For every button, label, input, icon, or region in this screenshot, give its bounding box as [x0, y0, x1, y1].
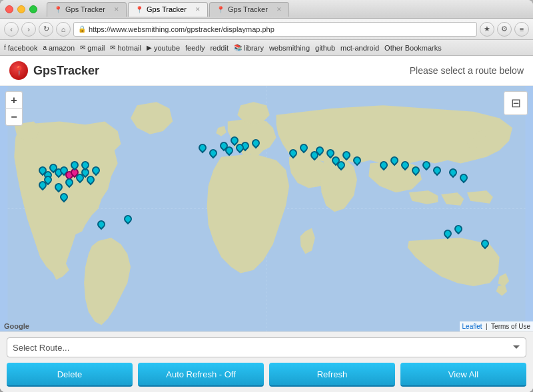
bookmark-amazon-label: amazon	[49, 44, 75, 52]
tab-icon-2: 📍	[135, 6, 143, 13]
page-header: 📍 GpsTracker Please select a route below	[0, 56, 533, 86]
gmail-icon: ✉	[80, 44, 85, 51]
bookmark-library-label: library	[244, 44, 264, 52]
tab-close-2[interactable]: ✕	[195, 6, 201, 13]
bookmark-youtube-label: youtube	[154, 44, 180, 52]
terms-link[interactable]: Terms of Use	[491, 323, 530, 330]
home-button[interactable]: ⌂	[56, 22, 71, 37]
bookmark-library[interactable]: 📚 library	[234, 44, 264, 52]
layer-button[interactable]: ⊟	[504, 91, 528, 115]
action-buttons: Delete Auto Refresh - Off Refresh View A…	[7, 363, 526, 387]
auto-refresh-button[interactable]: Auto Refresh - Off	[138, 363, 264, 387]
tab-icon-3: 📍	[217, 6, 225, 13]
tab-close-1[interactable]: ✕	[114, 6, 119, 13]
bookmark-github[interactable]: github	[315, 44, 335, 52]
back-button[interactable]: ‹	[4, 22, 19, 37]
zoom-in-button[interactable]: +	[5, 91, 23, 108]
bookmark-feedly-label: feedly	[185, 44, 205, 52]
refresh-button[interactable]: Refresh	[269, 363, 395, 387]
bookmark-reddit-label: reddit	[210, 44, 229, 52]
minimize-button[interactable]	[17, 5, 25, 13]
page-content: 📍 GpsTracker Please select a route below	[0, 56, 533, 392]
forward-button[interactable]: ›	[21, 22, 36, 37]
library-icon: 📚	[234, 44, 242, 51]
logo-icon: 📍	[9, 61, 28, 80]
map-attribution: Leaflet | Terms of Use	[460, 321, 533, 331]
bookmark-gmail[interactable]: ✉ gmail	[80, 44, 105, 52]
bookmark-facebook[interactable]: f facebook	[4, 44, 37, 52]
route-select[interactable]: Select Route...	[7, 337, 526, 357]
tab-label-1: Gps Tracker	[65, 5, 105, 13]
browser-tab-1[interactable]: 📍 Gps Tracker ✕	[47, 2, 127, 17]
bookmark-websmithing-label: websmithing	[269, 44, 310, 52]
browser-window: 📍 Gps Tracker ✕ 📍 Gps Tracker ✕ 📍 Gps Tr…	[0, 0, 533, 392]
extensions-button[interactable]: ⚙	[497, 22, 512, 37]
menu-button[interactable]: ≡	[514, 22, 529, 37]
traffic-lights	[5, 5, 37, 13]
tab-label-2: Gps Tracker	[147, 5, 187, 13]
tab-label-3: Gps Tracker	[228, 5, 268, 13]
tabs-bar: 📍 Gps Tracker ✕ 📍 Gps Tracker ✕ 📍 Gps Tr…	[47, 2, 525, 17]
zoom-out-button[interactable]: −	[5, 108, 23, 126]
layers-icon: ⊟	[511, 96, 521, 110]
amazon-icon: a	[43, 44, 47, 51]
bookmarks-bar: f facebook a amazon ✉ gmail ✉ hotmail ▶ …	[0, 40, 533, 56]
maximize-button[interactable]	[29, 5, 37, 13]
url-text: https://www.websmithing.com/gpstracker/d…	[89, 25, 274, 33]
bookmark-gmail-label: gmail	[87, 44, 105, 52]
title-bar: 📍 Gps Tracker ✕ 📍 Gps Tracker ✕ 📍 Gps Tr…	[0, 0, 533, 19]
header-hint: Please select a route below	[410, 65, 524, 76]
bookmark-mct-android-label: mct-android	[340, 44, 379, 52]
bookmark-hotmail[interactable]: ✉ hotmail	[110, 44, 141, 52]
browser-tab-2[interactable]: 📍 Gps Tracker ✕	[128, 2, 208, 17]
bookmark-hotmail-label: hotmail	[117, 44, 141, 52]
bookmark-websmithing[interactable]: websmithing	[269, 44, 310, 52]
youtube-icon: ▶	[147, 44, 152, 51]
view-all-button[interactable]: View All	[400, 363, 526, 387]
lock-icon: 🔒	[78, 25, 86, 33]
tab-close-3[interactable]: ✕	[276, 6, 282, 13]
nav-bar: ‹ › ↻ ⌂ 🔒 https://www.websmithing.com/gp…	[0, 19, 533, 40]
route-select-row: Select Route...	[7, 337, 526, 357]
hotmail-icon: ✉	[110, 44, 115, 51]
bookmark-reddit[interactable]: reddit	[210, 44, 229, 52]
map-svg	[0, 86, 533, 331]
facebook-icon: f	[4, 44, 6, 51]
google-logo: Google	[4, 322, 29, 330]
tab-icon-1: 📍	[54, 6, 62, 13]
bookmark-other-label: Other Bookmarks	[384, 44, 442, 52]
delete-button[interactable]: Delete	[7, 363, 133, 387]
bookmark-feedly[interactable]: feedly	[185, 44, 205, 52]
reload-button[interactable]: ↻	[39, 22, 53, 37]
bookmark-youtube[interactable]: ▶ youtube	[147, 44, 180, 52]
url-bar[interactable]: 🔒 https://www.websmithing.com/gpstracker…	[73, 22, 477, 37]
bookmark-github-label: github	[315, 44, 335, 52]
leaflet-link[interactable]: Leaflet	[462, 323, 482, 330]
bookmark-amazon[interactable]: a amazon	[43, 44, 75, 52]
map-controls: + −	[5, 91, 23, 126]
app-title: GpsTracker	[33, 64, 99, 78]
bookmark-other[interactable]: Other Bookmarks	[384, 44, 442, 52]
map-container[interactable]: + − ⊟ Google Leaflet | Terms of Use	[0, 86, 533, 331]
bookmark-star[interactable]: ★	[480, 22, 494, 37]
close-button[interactable]	[5, 5, 13, 13]
browser-tab-3[interactable]: 📍 Gps Tracker ✕	[209, 2, 289, 17]
app-logo: 📍 GpsTracker	[9, 61, 99, 80]
bookmark-mct-android[interactable]: mct-android	[340, 44, 379, 52]
bottom-section: Select Route... Delete Auto Refresh - Of…	[0, 331, 533, 392]
bookmark-facebook-label: facebook	[8, 44, 38, 52]
